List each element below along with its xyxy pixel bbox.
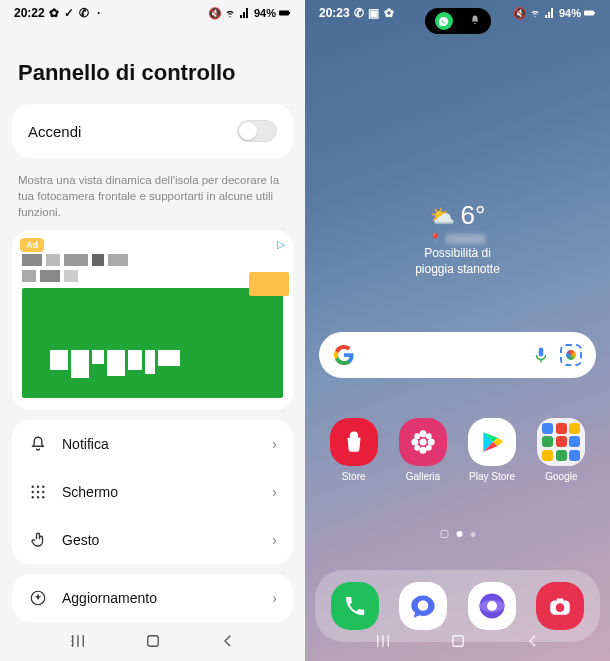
app-label: Play Store <box>469 471 515 482</box>
signal-icon <box>544 7 556 19</box>
svg-rect-33 <box>557 598 564 601</box>
app-gallery[interactable]: Galleria <box>392 418 454 482</box>
svg-point-21 <box>411 439 418 446</box>
enable-toggle[interactable] <box>237 120 277 142</box>
gear-icon: ✿ <box>48 7 60 19</box>
home-screen-pane: 20:23 ✆ ▣ ✿ 🔇 94% <box>305 0 610 661</box>
svg-point-20 <box>419 447 426 454</box>
bell-icon <box>469 14 481 28</box>
recents-button[interactable] <box>373 631 393 651</box>
whatsapp-notification-icon[interactable] <box>435 12 453 30</box>
app-store[interactable]: Store <box>323 418 385 482</box>
location-pin-icon: 📍 <box>429 233 441 244</box>
ad-badge: Ad <box>20 238 44 252</box>
svg-point-8 <box>32 496 34 498</box>
mic-icon[interactable] <box>532 346 550 364</box>
back-button[interactable] <box>523 631 543 651</box>
svg-rect-17 <box>594 12 595 14</box>
page-indicator[interactable] <box>440 530 475 538</box>
app-google-folder[interactable]: Google <box>530 418 592 482</box>
ad-info-icon[interactable]: ▷ <box>277 238 285 251</box>
nav-bar <box>0 623 305 659</box>
svg-rect-16 <box>584 11 594 16</box>
whatsapp-icon: ✆ <box>353 7 365 19</box>
svg-point-25 <box>414 445 420 451</box>
chevron-right-icon: › <box>272 436 277 452</box>
battery-text: 94% <box>559 7 581 19</box>
google-lens-icon[interactable] <box>560 344 582 366</box>
svg-rect-37 <box>452 636 463 647</box>
svg-point-2 <box>32 486 34 488</box>
page-title: Pannello di controllo <box>0 24 305 104</box>
back-button[interactable] <box>218 631 238 651</box>
whatsapp-icon: ✆ <box>78 7 90 19</box>
menu-label: Notifica <box>62 436 258 452</box>
gear-icon: ✿ <box>383 7 395 19</box>
recents-button[interactable] <box>68 631 88 651</box>
check-icon: ✓ <box>63 7 75 19</box>
svg-point-7 <box>42 491 44 493</box>
nav-bar <box>305 623 610 659</box>
svg-point-22 <box>428 439 435 446</box>
app-row-1: Store Galleria Play Store <box>305 418 610 482</box>
home-button[interactable] <box>143 631 163 651</box>
wifi-icon <box>529 7 541 19</box>
star-icon <box>28 588 48 608</box>
battery-text: 94% <box>254 7 276 19</box>
app-label: Google <box>545 471 577 482</box>
app-label: Galleria <box>406 471 440 482</box>
svg-point-27 <box>418 600 429 611</box>
weather-desc-2: pioggia stanotte <box>415 262 500 278</box>
touch-icon <box>28 530 48 550</box>
svg-point-9 <box>37 496 39 498</box>
battery-icon <box>279 7 291 19</box>
svg-point-10 <box>42 496 44 498</box>
google-logo-icon <box>333 344 355 366</box>
menu-item-gesture[interactable]: Gesto › <box>12 516 293 564</box>
svg-point-3 <box>37 486 39 488</box>
mute-icon: 🔇 <box>209 7 221 19</box>
ad-card[interactable]: Ad ▷ <box>12 230 293 410</box>
svg-point-4 <box>42 486 44 488</box>
home-panel-dot <box>440 530 448 538</box>
weather-widget[interactable]: ⛅ 6° 📍 Possibilità di pioggia stanotte <box>415 200 500 277</box>
status-time: 20:23 <box>319 6 350 20</box>
weather-desc-1: Possibilità di <box>415 246 500 262</box>
dynamic-island[interactable] <box>425 8 491 34</box>
update-card: Aggiornamento › <box>12 574 293 622</box>
bell-icon <box>28 434 48 454</box>
chevron-right-icon: › <box>272 590 277 606</box>
svg-point-26 <box>426 445 432 451</box>
image-icon: ▣ <box>368 7 380 19</box>
svg-point-19 <box>419 430 426 437</box>
home-button[interactable] <box>448 631 468 651</box>
svg-rect-15 <box>147 636 158 647</box>
weather-temp: 6° <box>461 200 486 231</box>
menu-item-update[interactable]: Aggiornamento › <box>12 574 293 622</box>
weather-cloud-icon: ⛅ <box>430 204 455 228</box>
menu-label: Gesto <box>62 532 258 548</box>
ad-content-blur <box>22 254 283 398</box>
wifi-icon <box>224 7 236 19</box>
menu-item-screen[interactable]: Schermo › <box>12 468 293 516</box>
location-blur <box>445 234 485 244</box>
settings-pane: 20:22 ✿ ✓ ✆ · 🔇 94% Pannello di controll… <box>0 0 305 661</box>
status-bar: 20:22 ✿ ✓ ✆ · 🔇 94% <box>0 0 305 24</box>
battery-icon <box>584 7 596 19</box>
app-play-store[interactable]: Play Store <box>461 418 523 482</box>
menu-card: Notifica › Schermo › Gesto › <box>12 420 293 564</box>
toggle-label: Accendi <box>28 123 81 140</box>
page-dot <box>470 532 475 537</box>
svg-point-30 <box>487 601 497 611</box>
page-dot-active <box>456 531 462 537</box>
description-text: Mostra una vista dinamica dell'isola per… <box>0 168 305 230</box>
grid-icon <box>28 482 48 502</box>
menu-item-notification[interactable]: Notifica › <box>12 420 293 468</box>
status-time: 20:22 <box>14 6 45 20</box>
svg-rect-0 <box>279 11 289 16</box>
svg-point-23 <box>414 433 420 439</box>
more-icon: · <box>93 7 105 19</box>
signal-icon <box>239 7 251 19</box>
google-search-bar[interactable] <box>319 332 596 378</box>
menu-label: Aggiornamento <box>62 590 258 606</box>
